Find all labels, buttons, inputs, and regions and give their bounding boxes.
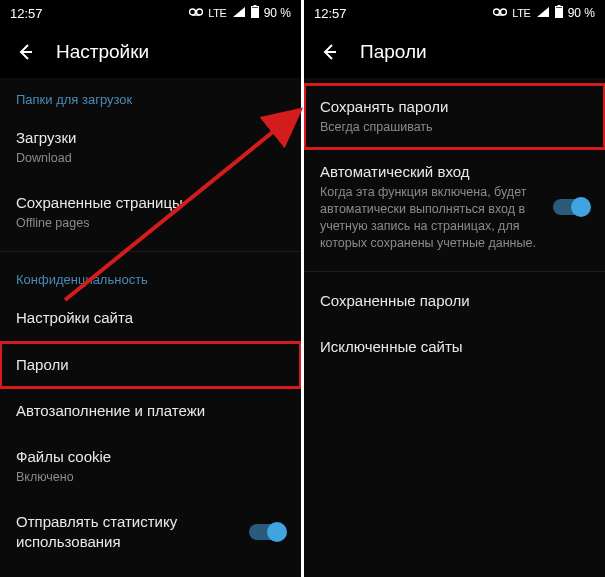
phone-right: 12:57 LTE 90 % Пароли (304, 0, 605, 577)
status-time: 12:57 (10, 6, 43, 21)
item-saved-passwords[interactable]: Сохраненные пароли (304, 278, 605, 324)
item-cookies[interactable]: Файлы cookie Включено (0, 434, 301, 499)
status-bar: 12:57 LTE 90 % (0, 0, 301, 26)
item-label: Пароли (16, 355, 285, 375)
status-right: LTE 90 % (493, 5, 595, 21)
item-label: Сохранять пароли (320, 97, 589, 117)
item-site-settings[interactable]: Настройки сайта (0, 295, 301, 341)
svg-point-7 (494, 9, 500, 15)
item-label: Сохраненные страницы (16, 193, 285, 213)
page-title: Настройки (56, 41, 149, 63)
svg-rect-5 (251, 8, 258, 18)
svg-point-1 (197, 9, 203, 15)
item-label: Файлы cookie (16, 447, 285, 467)
voicemail-icon (493, 6, 507, 20)
item-passwords[interactable]: Пароли (0, 342, 301, 388)
back-button[interactable] (318, 42, 338, 62)
phone-left: 12:57 LTE 90 % Настройки П (0, 0, 301, 577)
section-downloads: Папки для загрузок (0, 78, 301, 115)
item-clear-history[interactable]: Очистить историю посещений… (0, 566, 301, 577)
item-excluded-sites[interactable]: Исключенные сайты (304, 324, 605, 370)
usage-stats-toggle[interactable] (249, 524, 285, 540)
lte-label: LTE (512, 7, 530, 19)
status-bar: 12:57 LTE 90 % (304, 0, 605, 26)
lte-label: LTE (208, 7, 226, 19)
appbar: Настройки (0, 26, 301, 78)
signal-icon (536, 6, 550, 21)
item-sub: Включено (16, 469, 285, 486)
item-downloads[interactable]: Загрузки Download (0, 115, 301, 180)
item-sub: Когда эта функция включена, будет автома… (320, 184, 543, 252)
settings-list: Папки для загрузок Загрузки Download Сох… (0, 78, 301, 577)
svg-point-8 (501, 9, 507, 15)
item-label: Автозаполнение и платежи (16, 401, 285, 421)
item-autofill[interactable]: Автозаполнение и платежи (0, 388, 301, 434)
page-title: Пароли (360, 41, 427, 63)
battery-icon (555, 5, 563, 21)
battery-icon (251, 5, 259, 21)
item-saved-pages[interactable]: Сохраненные страницы Offline pages (0, 180, 301, 245)
item-sub: Всегда спрашивать (320, 119, 589, 136)
status-time: 12:57 (314, 6, 347, 21)
svg-rect-12 (555, 8, 562, 18)
item-label: Сохраненные пароли (320, 291, 589, 311)
item-usage-stats[interactable]: Отправлять статистику использования (0, 499, 301, 566)
item-save-passwords[interactable]: Сохранять пароли Всегда спрашивать (304, 84, 605, 149)
item-sub: Offline pages (16, 215, 285, 232)
status-right: LTE 90 % (189, 5, 291, 21)
signal-icon (232, 6, 246, 21)
voicemail-icon (189, 6, 203, 20)
item-label: Загрузки (16, 128, 285, 148)
section-privacy: Конфиденциальность (0, 258, 301, 295)
item-label: Автоматический вход (320, 162, 543, 182)
battery-percent: 90 % (264, 6, 291, 20)
item-label: Исключенные сайты (320, 337, 589, 357)
passwords-list: Сохранять пароли Всегда спрашивать Автом… (304, 78, 605, 577)
svg-point-0 (190, 9, 196, 15)
divider (0, 251, 301, 252)
item-auto-signin[interactable]: Автоматический вход Когда эта функция вк… (304, 149, 605, 265)
divider (304, 271, 605, 272)
item-label: Настройки сайта (16, 308, 285, 328)
back-button[interactable] (14, 42, 34, 62)
appbar: Пароли (304, 26, 605, 78)
item-sub: Download (16, 150, 285, 167)
item-label: Отправлять статистику использования (16, 512, 239, 553)
battery-percent: 90 % (568, 6, 595, 20)
auto-signin-toggle[interactable] (553, 199, 589, 215)
